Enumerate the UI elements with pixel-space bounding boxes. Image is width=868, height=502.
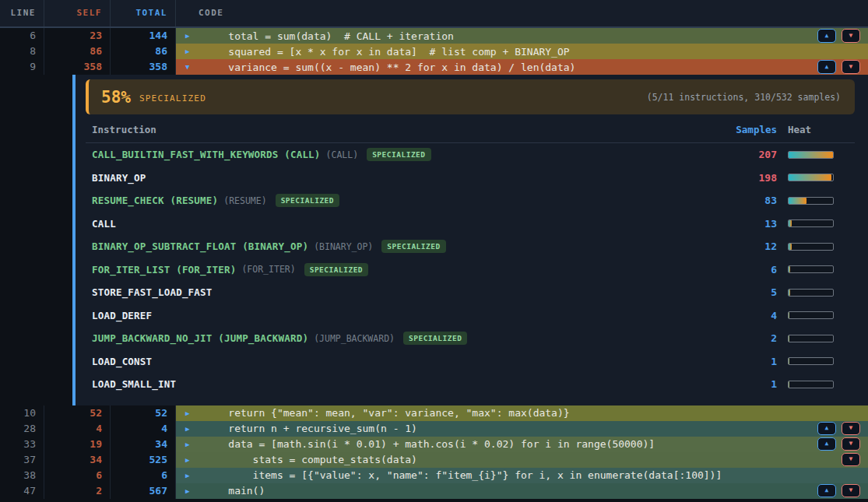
- code-cell[interactable]: ▶ return {"mean": mean, "var": variance,…: [176, 405, 868, 421]
- prev-hotspot-button[interactable]: ▲: [817, 29, 836, 43]
- code-cell[interactable]: ▶ stats = compute_stats(data) ▼: [176, 452, 868, 468]
- line-number-cell: 10: [0, 405, 44, 421]
- heat-bar: [788, 243, 834, 251]
- instruction-row: RESUME_CHECK (RESUME) (RESUME) SPECIALIZ…: [86, 189, 855, 212]
- prev-hotspot-button[interactable]: ▲: [817, 484, 836, 498]
- instruction-name: JUMP_BACKWARD_NO_JIT (JUMP_BACKWARD): [92, 332, 308, 344]
- heat-bar: [788, 219, 834, 227]
- self-samples-cell: 86: [44, 44, 111, 59]
- instruction-row: BINARY_OP 198: [86, 167, 855, 190]
- column-header-samples: Samples: [715, 124, 777, 135]
- next-hotspot-button[interactable]: ▼: [842, 60, 860, 74]
- instruction-name-cell: LOAD_DEREF: [92, 310, 715, 321]
- code-text: squared = [x * x for x in data] # list c…: [204, 46, 570, 58]
- instruction-name-cell: CALL: [92, 218, 715, 230]
- instruction-base-opcode: (FOR_ITER): [241, 264, 295, 275]
- instruction-row: JUMP_BACKWARD_NO_JIT (JUMP_BACKWARD) (JU…: [86, 327, 855, 350]
- profiler-table-header: LINE SELF TOTAL CODE: [0, 0, 868, 28]
- samples-count: 4: [715, 310, 777, 321]
- prev-hotspot-button[interactable]: ▲: [817, 60, 836, 74]
- instruction-name: FOR_ITER_LIST (FOR_ITER): [92, 264, 236, 276]
- instruction-base-opcode: (BINARY_OP): [314, 241, 373, 252]
- code-cell[interactable]: ▶ squared = [x * x for x in data] # list…: [176, 44, 868, 59]
- next-hotspot-button[interactable]: ▼: [842, 437, 860, 451]
- line-number-cell: 38: [0, 468, 44, 483]
- heat-bar-cell: [777, 357, 855, 365]
- line-number-cell: 47: [0, 483, 44, 499]
- total-samples-cell: 6: [111, 468, 176, 483]
- expand-caret-icon[interactable]: ▶: [185, 468, 204, 483]
- instruction-row: LOAD_CONST 1: [86, 350, 855, 374]
- line-number-cell: 6: [0, 28, 44, 44]
- instruction-name: CALL_BUILTIN_FAST_WITH_KEYWORDS (CALL): [92, 149, 321, 160]
- instruction-name-cell: STORE_FAST_LOAD_FAST: [92, 286, 715, 298]
- heat-bar-fill: [789, 290, 790, 296]
- code-text: return {"mean": mean, "var": variance, "…: [204, 407, 570, 419]
- expand-caret-icon[interactable]: ▶: [185, 421, 204, 437]
- instruction-name-cell: FOR_ITER_LIST (FOR_ITER) (FOR_ITER) SPEC…: [92, 263, 715, 276]
- expand-caret-icon[interactable]: ▶: [185, 44, 204, 59]
- instruction-table-header: Instruction Samples Heat: [86, 114, 855, 143]
- self-samples-cell: 2: [44, 483, 111, 499]
- instruction-row: FOR_ITER_LIST (FOR_ITER) (FOR_ITER) SPEC…: [86, 258, 855, 282]
- up-arrow-icon: ▲: [825, 33, 829, 39]
- instruction-name-cell: LOAD_CONST: [92, 356, 715, 367]
- heat-bar-cell: [777, 335, 855, 342]
- code-cell[interactable]: ▶ main() ▲▼: [176, 483, 868, 499]
- heat-bar-fill: [789, 220, 792, 226]
- instruction-name: CALL: [92, 218, 116, 230]
- samples-count: 5: [715, 286, 777, 298]
- samples-count: 6: [715, 264, 777, 276]
- line-number-cell: 9: [0, 59, 44, 75]
- heat-bar-fill: [789, 358, 789, 364]
- line-number-cell: 33: [0, 437, 44, 452]
- code-row: 9 358 358 ▼ variance = sum((x - mean) **…: [0, 59, 868, 75]
- next-hotspot-button[interactable]: ▼: [842, 453, 860, 467]
- line-number-cell: 28: [0, 421, 44, 437]
- down-arrow-icon: ▼: [849, 64, 853, 70]
- column-header-heat: Heat: [777, 124, 855, 135]
- prev-hotspot-button[interactable]: ▲: [817, 422, 836, 436]
- down-arrow-icon: ▼: [849, 456, 853, 462]
- hotspot-nav-buttons: ▼: [842, 453, 860, 467]
- heat-bar-fill: [789, 152, 833, 158]
- samples-count: 207: [715, 149, 777, 160]
- code-cell[interactable]: ▼ variance = sum((x - mean) ** 2 for x i…: [176, 59, 868, 75]
- instruction-rows: CALL_BUILTIN_FAST_WITH_KEYWORDS (CALL) (…: [86, 143, 855, 396]
- expand-caret-icon[interactable]: ▶: [185, 483, 204, 499]
- code-text: main(): [204, 485, 265, 497]
- expand-caret-icon[interactable]: ▶: [185, 452, 204, 468]
- prev-hotspot-button[interactable]: ▲: [817, 437, 836, 451]
- heat-bar-cell: [777, 265, 855, 273]
- heat-bar-cell: [777, 174, 855, 181]
- code-cell[interactable]: ▶ return n + recursive_sum(n - 1) ▲▼: [176, 421, 868, 437]
- heat-bar: [788, 174, 834, 181]
- code-row: 6 23 144 ▶ total = sum(data) # CALL + it…: [0, 28, 868, 44]
- expand-caret-icon[interactable]: ▶: [185, 405, 204, 421]
- instruction-row: CALL_BUILTIN_FAST_WITH_KEYWORDS (CALL) (…: [86, 143, 855, 167]
- expand-caret-icon[interactable]: ▶: [185, 437, 204, 452]
- samples-count: 1: [715, 356, 777, 367]
- code-text: variance = sum((x - mean) ** 2 for x in …: [204, 61, 575, 73]
- self-samples-cell: 52: [44, 405, 111, 421]
- self-samples-cell: 4: [44, 421, 111, 437]
- instruction-name: RESUME_CHECK (RESUME): [92, 195, 218, 206]
- next-hotspot-button[interactable]: ▼: [842, 484, 860, 498]
- instruction-name: LOAD_DEREF: [92, 310, 152, 321]
- code-text: total = sum(data) # CALL + iteration: [204, 30, 454, 42]
- heat-bar: [788, 311, 834, 319]
- expand-caret-icon[interactable]: ▶: [185, 28, 204, 44]
- instruction-name-cell: CALL_BUILTIN_FAST_WITH_KEYWORDS (CALL) (…: [92, 148, 715, 161]
- next-hotspot-button[interactable]: ▼: [842, 422, 860, 436]
- code-cell[interactable]: ▶ items = [{"value": x, "name": f"item_{…: [176, 468, 868, 483]
- heat-bar-cell: [777, 311, 855, 319]
- code-cell[interactable]: ▶ data = [math.sin(i * 0.01) + math.cos(…: [176, 437, 868, 452]
- expand-caret-icon[interactable]: ▼: [185, 59, 204, 75]
- heat-bar: [788, 335, 834, 342]
- code-row: 10 52 52 ▶ return {"mean": mean, "var": …: [0, 405, 868, 421]
- up-arrow-icon: ▲: [825, 487, 829, 493]
- samples-count: 198: [715, 172, 777, 184]
- instruction-name: LOAD_CONST: [92, 356, 152, 367]
- code-cell[interactable]: ▶ total = sum(data) # CALL + iteration ▲…: [176, 28, 868, 44]
- next-hotspot-button[interactable]: ▼: [842, 29, 860, 43]
